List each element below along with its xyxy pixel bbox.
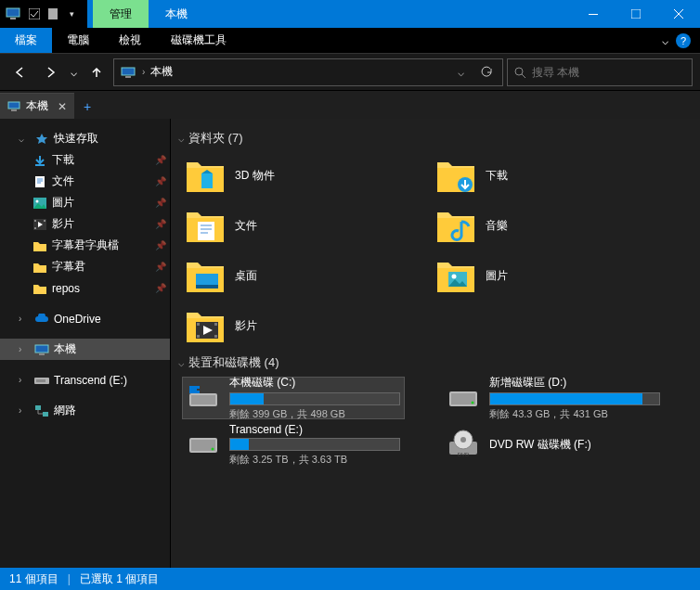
drive-item[interactable]: 本機磁碟 (C:)剩餘 399 GB，共 498 GB [182,377,405,419]
close-icon[interactable]: ✕ [58,100,67,113]
svg-rect-5 [631,9,641,19]
sidebar-this-pc[interactable]: ›本機 [0,339,170,360]
checkbox-icon[interactable] [26,6,43,22]
tab-computer[interactable]: 電腦 [52,28,104,53]
chevron-down-icon[interactable]: ⌵ [178,133,185,145]
ribbon-tab-bar: 檔案 電腦 檢視 磁碟機工具 ⌵ ? [0,28,700,54]
this-pc-icon [4,5,22,23]
chevron-right-icon[interactable]: › [142,67,145,77]
chevron-down-icon[interactable]: ⌵ [178,357,185,369]
folder-item[interactable]: 文件 [182,202,395,249]
this-pc-icon [7,101,20,111]
address-path[interactable]: 本機 [150,64,445,80]
properties-icon[interactable] [45,6,61,22]
title-bar: ▾ 管理 本機 [0,0,700,28]
svg-rect-16 [34,220,36,222]
svg-point-43 [472,402,474,404]
folder-icon [32,280,48,297]
qat-dropdown-icon[interactable]: ▾ [63,6,80,22]
drive-icon [33,372,50,389]
maximize-button[interactable] [615,0,657,28]
video-icon [32,216,48,233]
download-icon [32,152,48,169]
chevron-down-icon[interactable]: ⌵ [19,134,30,144]
chevron-right-icon[interactable]: › [19,405,30,416]
tree-label: Transcend (E:) [54,374,170,387]
group-header-label: 資料夾 (7) [188,130,243,147]
address-bar[interactable]: › 本機 ⌵ [113,58,503,86]
status-item-count: 11 個項目 [9,571,58,587]
tab-drive-tools[interactable]: 磁碟機工具 [156,28,241,53]
drive-stats: 剩餘 399 GB，共 498 GB [229,407,400,421]
chevron-right-icon[interactable]: › [19,314,30,324]
svg-rect-18 [44,220,45,222]
svg-rect-23 [35,405,41,410]
close-button[interactable] [657,0,700,28]
storage-bar [489,392,660,405]
minimize-button[interactable] [572,0,615,28]
sidebar-transcend[interactable]: ›Transcend (E:) [0,369,170,391]
folder-icon [32,237,48,254]
search-box[interactable] [507,58,693,86]
refresh-button[interactable] [476,66,497,79]
folder-icon [185,305,226,346]
sidebar-item-documents[interactable]: 文件📌 [0,171,170,192]
svg-rect-1 [10,18,16,19]
folder-label: 音樂 [486,218,508,234]
cloud-icon [33,311,50,327]
folder-item[interactable]: 影片 [182,302,395,349]
folder-item[interactable]: 圖片 [433,252,646,299]
help-icon[interactable]: ? [676,33,691,48]
sidebar-quick-access[interactable]: ⌵ 快速存取 [0,128,170,149]
document-tab[interactable]: 本機 ✕ [0,93,74,119]
sidebar-onedrive[interactable]: ›OneDrive [0,308,170,329]
folder-item[interactable]: 桌面 [182,252,395,299]
svg-point-49 [460,437,466,442]
search-input[interactable] [532,66,686,79]
forward-button[interactable] [37,59,63,85]
folder-item[interactable]: 音樂 [433,202,646,249]
folder-item[interactable]: 3D 物件 [182,152,395,199]
sidebar-item-folder[interactable]: 字幕君📌 [0,256,170,277]
svg-rect-35 [214,335,217,338]
tab-label: 檢視 [119,32,141,48]
sidebar-network[interactable]: ›網路 [0,400,170,421]
drive-icon [187,381,220,415]
folder-item[interactable]: 下載 [433,152,646,199]
chevron-right-icon[interactable]: › [19,375,30,385]
tab-view[interactable]: 檢視 [104,28,156,53]
file-tab-label: 檔案 [15,32,37,48]
sidebar-item-videos[interactable]: 影片📌 [0,213,170,235]
manage-context-tab[interactable]: 管理 [93,0,149,28]
window-controls [572,0,700,28]
tree-label: 快速存取 [54,131,170,147]
new-tab-button[interactable]: + [74,95,100,119]
svg-rect-24 [43,412,48,417]
sidebar-item-downloads[interactable]: 下載📌 [0,149,170,171]
sidebar-item-folder[interactable]: 字幕君字典檔📌 [0,235,170,256]
folder-icon [435,155,476,196]
svg-rect-12 [35,176,45,187]
drive-item[interactable]: 新增磁碟區 (D:)剩餘 43.3 GB，共 431 GB [442,377,665,419]
svg-rect-33 [197,335,200,338]
ribbon-collapse-icon[interactable]: ⌵ [662,34,668,47]
drive-item[interactable]: DVDDVD RW 磁碟機 (F:) [442,423,665,466]
up-button[interactable] [84,59,110,85]
this-pc-icon [33,341,50,358]
sidebar-item-pictures[interactable]: 圖片📌 [0,192,170,213]
window-title: 本機 [165,6,188,22]
back-button[interactable] [7,59,33,85]
drive-name: Transcend (E:) [229,423,400,436]
sidebar-item-folder[interactable]: repos📌 [0,277,170,299]
svg-rect-38 [189,386,197,393]
group-header-folders[interactable]: ⌵ 資料夾 (7) [178,130,689,147]
folder-label: 文件 [235,218,257,234]
chevron-right-icon[interactable]: › [19,344,30,354]
file-tab[interactable]: 檔案 [0,28,52,53]
tab-label: 電腦 [67,32,89,48]
group-header-drives[interactable]: ⌵ 裝置和磁碟機 (4) [178,354,689,371]
recent-dropdown-button[interactable]: ⌵ [67,59,80,85]
drive-item[interactable]: Transcend (E:)剩餘 3.25 TB，共 3.63 TB [182,423,405,466]
tree-label: 影片 [52,216,151,232]
address-dropdown-icon[interactable]: ⌵ [450,66,471,79]
